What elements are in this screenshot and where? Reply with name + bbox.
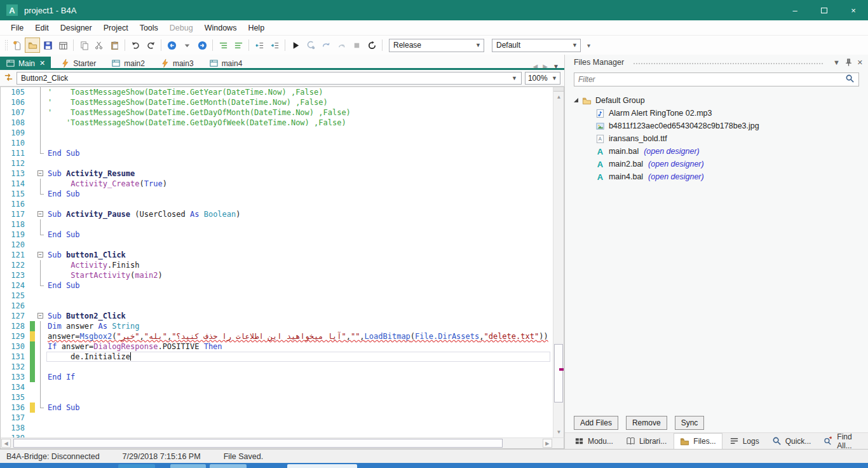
tab-starter[interactable]: Starter <box>55 57 102 70</box>
code-line[interactable]: 133End If <box>1 372 553 382</box>
code-line[interactable]: 117−Sub Activity_Pause (UserClosed As Bo… <box>1 209 553 219</box>
back-dropdown-button[interactable] <box>179 38 194 53</box>
profile-dropdown[interactable]: Default▼ <box>492 39 581 52</box>
outdent-list-button[interactable] <box>231 38 246 53</box>
code-line[interactable]: 137 <box>1 413 553 423</box>
panel-close-icon[interactable]: ✕ <box>857 59 863 67</box>
panel-tab-logs[interactable]: Logs <box>724 433 765 449</box>
code-line[interactable]: 106' ToastMessageShow(DateTime.GetMonth(… <box>1 97 553 107</box>
maximize-button[interactable] <box>810 0 839 20</box>
minimize-button[interactable]: – <box>780 0 810 20</box>
shift-left-button[interactable] <box>252 38 267 53</box>
horizontal-scrollbar[interactable]: ◀ ▶ <box>0 437 564 449</box>
scroll-right-arrow[interactable]: ▶ <box>543 439 552 448</box>
code-line[interactable]: 111End Sub <box>1 148 553 158</box>
panel-tab-quick[interactable]: Quick... <box>766 433 817 449</box>
code-line[interactable]: 131 de.Initialize <box>1 352 553 362</box>
step-out-button[interactable] <box>334 38 349 53</box>
scroll-down-arrow[interactable]: ▼ <box>555 428 563 436</box>
open-designer-link[interactable]: (open designer) <box>648 160 704 169</box>
save-button[interactable] <box>40 38 55 53</box>
panel-tab-librari[interactable]: Librari... <box>620 433 672 449</box>
code-line[interactable]: 122 Activity.Finish <box>1 260 553 270</box>
fold-margin[interactable]: − <box>35 250 46 260</box>
open-designer-link[interactable]: (open designer) <box>644 147 700 156</box>
add-files-button[interactable]: Add Files <box>574 416 618 430</box>
file-item[interactable]: Amain4.bal(open designer) <box>574 170 868 183</box>
file-item[interactable]: b4811f123aec0ed65430428c9b178be3.jpg <box>574 120 868 132</box>
code-editor[interactable]: 105' ToastMessageShow(DateTime.GetYear(D… <box>0 86 564 437</box>
code-line[interactable]: 125 <box>1 291 553 301</box>
file-item[interactable]: Amain.bal(open designer) <box>574 145 868 158</box>
expander-icon[interactable] <box>574 98 578 102</box>
undo-button[interactable] <box>128 38 143 53</box>
code-line[interactable]: 132 <box>1 362 553 372</box>
toolbar-overflow-button[interactable]: ▾ <box>587 42 590 49</box>
code-line[interactable]: 119End Sub <box>1 230 553 240</box>
scrollbar-thumb[interactable] <box>554 344 563 403</box>
navigate-forward-button[interactable] <box>194 38 210 53</box>
taskbar-item[interactable] <box>170 464 206 468</box>
scrollbar-thumb[interactable] <box>13 439 503 448</box>
step-over-button[interactable] <box>318 38 334 53</box>
collapse-icon[interactable]: − <box>37 252 43 258</box>
zoom-dropdown[interactable]: 100% ▼ <box>525 72 560 85</box>
code-line[interactable]: 139 <box>1 433 553 437</box>
tab-close-icon[interactable]: ✕ <box>39 59 45 67</box>
code-line[interactable]: 135 <box>1 392 553 403</box>
menu-item-project[interactable]: Project <box>98 22 134 34</box>
code-line[interactable]: 115End Sub <box>1 189 553 199</box>
menu-item-edit[interactable]: Edit <box>29 22 55 34</box>
copy-button[interactable] <box>76 38 92 53</box>
code-line[interactable]: 134 <box>1 382 553 392</box>
navigate-back-button[interactable] <box>164 38 179 53</box>
fold-margin[interactable]: − <box>35 169 46 179</box>
scroll-up-arrow[interactable]: ▲ <box>555 93 563 101</box>
code-line[interactable]: 110 <box>1 138 553 148</box>
stop-button[interactable] <box>349 38 364 53</box>
scroll-left-arrow[interactable]: ◀ <box>1 439 11 448</box>
shift-right-button[interactable] <box>267 38 282 53</box>
file-item[interactable]: Amain2.bal(open designer) <box>574 158 868 170</box>
sync-button[interactable]: Sync <box>675 416 705 430</box>
fold-margin[interactable]: − <box>35 311 46 321</box>
code-line[interactable]: 127−Sub Button2_Click <box>1 311 553 321</box>
tab-main4[interactable]: main4 <box>203 57 248 70</box>
code-line[interactable]: 113−Sub Activity_Resume <box>1 169 553 179</box>
taskbar-item[interactable] <box>287 464 357 468</box>
remove-button[interactable]: Remove <box>626 416 667 430</box>
code-line[interactable]: 105' ToastMessageShow(DateTime.GetYear(D… <box>1 87 553 97</box>
cut-button[interactable] <box>92 38 107 53</box>
code-line[interactable]: 118 <box>1 219 553 230</box>
code-line[interactable]: 124End Sub <box>1 280 553 291</box>
tree-group-default-group[interactable]: Default Group <box>574 94 868 107</box>
windows-taskbar[interactable] <box>0 463 868 468</box>
code-line[interactable]: 114 Activity_Create(True) <box>1 179 553 189</box>
code-line[interactable]: 129answer=Msgbox2("آيا ميخواهيد اين اطلا… <box>1 331 553 341</box>
code-line[interactable]: 136End Sub <box>1 403 553 413</box>
menu-item-file[interactable]: File <box>5 22 29 34</box>
code-line[interactable]: 120 <box>1 240 553 250</box>
fold-margin[interactable]: − <box>35 209 46 219</box>
code-line[interactable]: 128Dim answer As String <box>1 321 553 331</box>
close-button[interactable]: × <box>839 0 868 20</box>
menu-item-help[interactable]: Help <box>242 22 270 34</box>
vertical-scrollbar[interactable]: ▲ ▼ <box>553 87 564 437</box>
menu-item-windows[interactable]: Windows <box>199 22 243 34</box>
code-line[interactable]: 108 'ToastMessageShow(DateTime.GetDayOfW… <box>1 118 553 128</box>
package-button[interactable] <box>55 38 71 53</box>
code-line[interactable]: 112 <box>1 158 553 169</box>
rebuild-button[interactable] <box>364 38 379 53</box>
taskbar-item[interactable] <box>210 464 247 468</box>
tab-main[interactable]: Main✕ <box>0 57 51 70</box>
code-line[interactable]: 109 <box>1 128 553 138</box>
filter-input[interactable] <box>578 75 845 84</box>
run-button[interactable] <box>288 38 303 53</box>
code-line[interactable]: 138 <box>1 423 553 433</box>
menu-item-designer[interactable]: Designer <box>55 22 98 34</box>
redo-button[interactable] <box>143 38 158 53</box>
build-configuration-dropdown[interactable]: Release▼ <box>389 39 484 52</box>
code-line[interactable]: 116 <box>1 199 553 209</box>
step-into-button[interactable] <box>303 38 318 53</box>
panel-tab-findall[interactable]: Find All... <box>818 433 868 449</box>
